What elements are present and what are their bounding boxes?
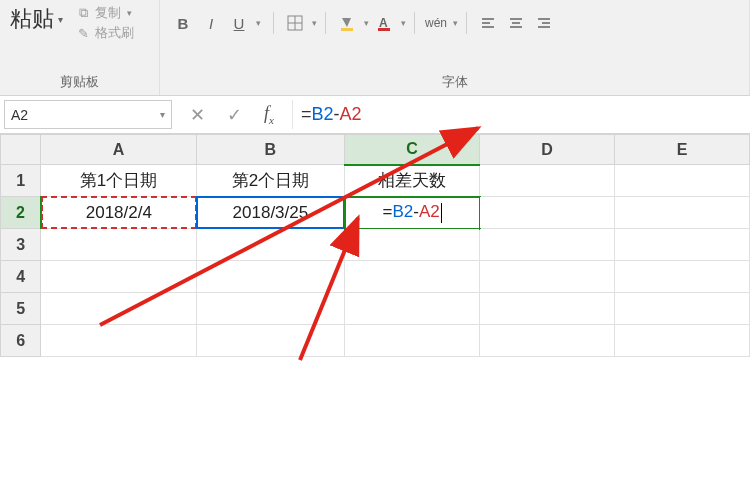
cell-E1[interactable] <box>615 165 750 197</box>
cancel-button[interactable]: ✕ <box>190 104 205 126</box>
table-row: 6 <box>1 325 750 357</box>
chevron-down-icon[interactable]: ▾ <box>453 18 458 28</box>
chevron-down-icon: ▾ <box>160 109 165 120</box>
row-header-1[interactable]: 1 <box>1 165 41 197</box>
cell-E5[interactable] <box>615 293 750 325</box>
cell-A5[interactable] <box>41 293 196 325</box>
cell-C4[interactable] <box>345 261 480 293</box>
table-row: 5 <box>1 293 750 325</box>
ribbon: 粘贴 ▾ ⧉ 复制 ▾ ✎ 格式刷 剪贴板 B I U ▾ <box>0 0 750 96</box>
cell-B4[interactable] <box>196 261 344 293</box>
formula-eq: = <box>301 104 312 125</box>
row-header-3[interactable]: 3 <box>1 229 41 261</box>
col-header-A[interactable]: A <box>41 135 196 165</box>
cell-C1[interactable]: 相差天数 <box>345 165 480 197</box>
cell-E4[interactable] <box>615 261 750 293</box>
cell-B2-value: 2018/3/25 <box>233 203 309 222</box>
separator <box>414 12 415 34</box>
cell-A2-value: 2018/2/4 <box>86 203 152 222</box>
cell-B6[interactable] <box>196 325 344 357</box>
copy-button[interactable]: ⧉ 复制 ▾ <box>75 4 134 22</box>
fx-icon[interactable]: fx <box>264 103 274 126</box>
chevron-down-icon: ▾ <box>127 8 132 18</box>
col-header-D[interactable]: D <box>480 135 615 165</box>
group-label-font: 字体 <box>170 73 739 93</box>
cell-C6[interactable] <box>345 325 480 357</box>
chevron-down-icon: ▾ <box>58 14 63 25</box>
copy-icon: ⧉ <box>75 5 91 21</box>
phonetic-guide-button[interactable]: wén <box>423 10 449 36</box>
bold-button[interactable]: B <box>170 10 196 36</box>
chevron-down-icon[interactable]: ▾ <box>364 18 369 28</box>
col-header-C[interactable]: C <box>345 135 480 165</box>
cell-D2[interactable] <box>480 197 615 229</box>
chevron-down-icon[interactable]: ▾ <box>312 18 317 28</box>
ribbon-group-clipboard: 粘贴 ▾ ⧉ 复制 ▾ ✎ 格式刷 剪贴板 <box>0 0 160 95</box>
cell-A2[interactable]: 2018/2/4 <box>41 197 196 229</box>
border-button[interactable] <box>282 10 308 36</box>
row-header-6[interactable]: 6 <box>1 325 41 357</box>
cell-B5[interactable] <box>196 293 344 325</box>
column-header-row: A B C D E <box>1 135 750 165</box>
cell-D4[interactable] <box>480 261 615 293</box>
font-color-button[interactable]: A <box>371 10 397 36</box>
cell-D3[interactable] <box>480 229 615 261</box>
group-label-clipboard: 剪贴板 <box>10 73 149 93</box>
name-box-value: A2 <box>11 107 28 123</box>
cell-A4[interactable] <box>41 261 196 293</box>
col-header-E[interactable]: E <box>615 135 750 165</box>
cell-C3[interactable] <box>345 229 480 261</box>
table-row: 1 第1个日期 第2个日期 相差天数 <box>1 165 750 197</box>
paste-label: 粘贴 <box>10 8 54 30</box>
cell-B2[interactable]: 2018/3/25 <box>196 197 344 229</box>
col-header-B[interactable]: B <box>196 135 344 165</box>
table-row: 2 2018/2/4 2018/3/25 =B2-A2 <box>1 197 750 229</box>
cell-D6[interactable] <box>480 325 615 357</box>
align-right-icon <box>536 15 552 31</box>
separator <box>273 12 274 34</box>
cell-A6[interactable] <box>41 325 196 357</box>
cell-B1[interactable]: 第2个日期 <box>196 165 344 197</box>
separator <box>325 12 326 34</box>
cell-C5[interactable] <box>345 293 480 325</box>
enter-button[interactable]: ✓ <box>227 104 242 126</box>
name-box[interactable]: A2 ▾ <box>4 100 172 129</box>
cell-D5[interactable] <box>480 293 615 325</box>
cell-C2-ref2: A2 <box>419 202 440 221</box>
cell-C2[interactable]: =B2-A2 <box>345 197 480 229</box>
formula-bar-input[interactable]: =B2-A2 <box>292 100 750 129</box>
row-header-5[interactable]: 5 <box>1 293 41 325</box>
svg-rect-3 <box>341 28 353 31</box>
chevron-down-icon[interactable]: ▾ <box>256 18 261 28</box>
align-center-button[interactable] <box>503 10 529 36</box>
paste-button[interactable]: 粘贴 ▾ <box>10 8 63 30</box>
row-header-2[interactable]: 2 <box>1 197 41 229</box>
copy-label: 复制 <box>95 4 121 22</box>
cell-A1[interactable]: 第1个日期 <box>41 165 196 197</box>
row-header-4[interactable]: 4 <box>1 261 41 293</box>
cell-D1[interactable] <box>480 165 615 197</box>
cell-A3[interactable] <box>41 229 196 261</box>
align-right-button[interactable] <box>531 10 557 36</box>
format-painter-icon: ✎ <box>75 25 91 41</box>
cell-E2[interactable] <box>615 197 750 229</box>
cell-C2-ref1: B2 <box>392 202 413 221</box>
cell-C2-eq: = <box>382 202 392 221</box>
border-icon <box>287 15 303 31</box>
select-all-corner[interactable] <box>1 135 41 165</box>
align-left-button[interactable] <box>475 10 501 36</box>
svg-text:A: A <box>379 16 388 30</box>
format-painter-button[interactable]: ✎ 格式刷 <box>75 24 134 42</box>
clipboard-sub-buttons: ⧉ 复制 ▾ ✎ 格式刷 <box>75 4 134 42</box>
cell-E6[interactable] <box>615 325 750 357</box>
formula-ref2: A2 <box>339 104 361 125</box>
chevron-down-icon[interactable]: ▾ <box>401 18 406 28</box>
cell-B3[interactable] <box>196 229 344 261</box>
separator <box>466 12 467 34</box>
cell-E3[interactable] <box>615 229 750 261</box>
align-center-icon <box>508 15 524 31</box>
underline-button[interactable]: U <box>226 10 252 36</box>
formula-bar-controls: ✕ ✓ fx <box>172 96 292 133</box>
italic-button[interactable]: I <box>198 10 224 36</box>
fill-color-button[interactable] <box>334 10 360 36</box>
